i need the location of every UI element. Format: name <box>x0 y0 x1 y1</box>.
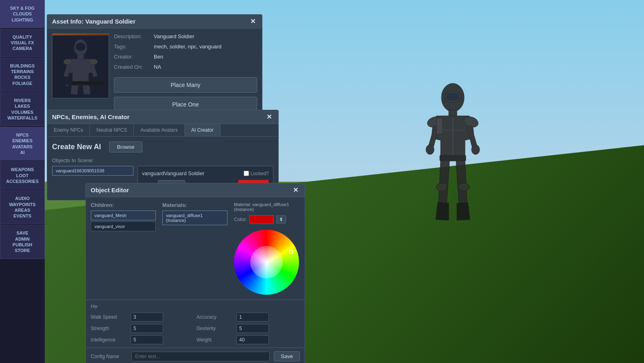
object-item-vanguard[interactable]: vanguard166309051538 <box>52 166 133 176</box>
stats-grid: Walk Speed Accuracy Strength Dexterity I… <box>91 313 300 344</box>
walk-speed-label: Walk Speed <box>91 314 127 320</box>
strength-input[interactable] <box>131 324 163 333</box>
place-many-button[interactable]: Place Many <box>114 77 257 93</box>
svg-point-15 <box>76 43 85 51</box>
accuracy-label: Accuracy <box>196 314 233 320</box>
creator-row: Creator: Ben <box>114 54 257 60</box>
walk-speed-input[interactable] <box>131 313 163 322</box>
svg-rect-12 <box>437 118 443 134</box>
material-item-diffuse[interactable]: vanguard_diffuse1 (Instance) <box>162 211 227 225</box>
stat-row-dexterity: Dexterity <box>196 324 300 333</box>
created-on-value: NA <box>154 64 161 70</box>
config-name-label: Config Name <box>91 354 127 359</box>
asset-buttons: Place Many Place One <box>114 74 257 112</box>
strength-label: Strength <box>91 326 127 331</box>
stat-row-weight: Weight <box>196 335 300 344</box>
obj-editor-body: Children: vanguard_Mesh vanguard_visor M… <box>86 197 305 300</box>
created-on-row: Created On: NA <box>114 64 257 70</box>
intelligence-input[interactable] <box>131 335 163 344</box>
npcs-title: NPCs, Enemies, AI Creator <box>52 113 129 120</box>
material-name: Material: vanguard_diffuse1 (Instance) <box>234 202 300 212</box>
asset-details: Description: Vanguard Soldier Tags: mech… <box>114 33 257 112</box>
svg-point-6 <box>472 145 480 154</box>
sidebar: SKY & FOG CLOUDS LIGHTING QUALITYVISUAL … <box>0 0 45 363</box>
create-ai-title: Create New AI <box>52 143 101 151</box>
dexterity-label: Dexterity <box>196 326 233 331</box>
intelligence-label: Intelligence <box>91 337 127 343</box>
tab-available-avatars[interactable]: Available Avatars <box>134 124 185 136</box>
svg-point-9 <box>458 183 469 191</box>
sidebar-item-buildings[interactable]: BUILDINGSTERRAINSROCKSFOLIAGE <box>0 58 45 91</box>
svg-point-1 <box>445 91 461 102</box>
objects-in-scene-label: Objects In Scene: <box>52 157 273 163</box>
description-label: Description: <box>114 33 151 39</box>
tab-enemy-npcs[interactable]: Enemy NPCs <box>47 124 90 136</box>
character-area <box>412 81 514 305</box>
svg-point-5 <box>426 145 434 154</box>
object-editor-close-button[interactable]: ✕ <box>291 187 300 193</box>
locked-label: Locked? <box>244 171 269 176</box>
stat-row-accuracy: Accuracy <box>196 313 300 322</box>
config-name-input[interactable] <box>131 352 270 361</box>
npcs-header: NPCs, Enemies, AI Creator ✕ <box>47 110 278 124</box>
asset-info-close-button[interactable]: ✕ <box>249 18 257 25</box>
materials-label: Materials: <box>162 202 227 208</box>
tab-neutral-npcs[interactable]: Neutral NPCS <box>90 124 134 136</box>
asset-info-title: Asset Info: Vanguard Soldier <box>52 18 135 25</box>
sidebar-item-npcs[interactable]: NPCSENEMIESAVATARSAI <box>0 127 45 161</box>
locked-checkbox[interactable] <box>244 171 249 176</box>
weight-input[interactable] <box>236 335 269 344</box>
color-swatch[interactable] <box>249 215 274 224</box>
create-ai-header: Create New AI Browse <box>52 141 273 152</box>
description-value: Vanguard Soldier <box>154 33 194 39</box>
browse-button[interactable]: Browse <box>109 141 142 152</box>
svg-point-18 <box>90 59 98 65</box>
npcs-close-button[interactable]: ✕ <box>265 114 273 120</box>
svg-rect-2 <box>449 110 457 116</box>
stat-row-intelligence: Intelligence <box>91 335 194 344</box>
tags-label: Tags: <box>114 43 151 50</box>
save-button[interactable]: Save <box>274 351 300 361</box>
tabs-row: Enemy NPCs Neutral NPCS Available Avatar… <box>47 124 278 137</box>
accuracy-input[interactable] <box>236 313 269 322</box>
sidebar-item-save[interactable]: SAVEADMINPUBLISHSTORE <box>0 225 45 259</box>
tab-ai-creator[interactable]: AI Creator <box>185 124 220 136</box>
svg-rect-16 <box>77 55 84 59</box>
ai-form-name-row: vanguardVanguard Soldier Locked? <box>142 170 269 176</box>
color-label: Color: <box>234 217 247 222</box>
color-wheel[interactable] <box>234 230 299 295</box>
asset-info-header: Asset Info: Vanguard Soldier ✕ <box>47 15 262 28</box>
config-name-row: Config Name Save <box>86 348 305 363</box>
ai-form-name: vanguardVanguard Soldier <box>142 170 205 176</box>
creator-label: Creator: <box>114 54 151 60</box>
child-item-visor[interactable]: vanguard_visor <box>91 222 156 231</box>
svg-rect-19 <box>72 81 105 85</box>
sidebar-item-rivers[interactable]: RIVERSLAKESVOLUMESWATERFALLS <box>0 92 45 126</box>
materials-list: Materials: vanguard_diffuse1 (Instance) <box>162 202 227 295</box>
children-label: Children: <box>91 202 156 208</box>
sidebar-item-weapons[interactable]: WEAPONSLOOTACCESSORIES <box>0 161 45 189</box>
weight-label: Weight <box>196 337 233 343</box>
sidebar-item-sky-fog[interactable]: SKY & FOG CLOUDS LIGHTING <box>0 0 45 28</box>
created-on-label: Created On: <box>114 64 151 70</box>
stat-row-strength: Strength <box>91 324 194 333</box>
sidebar-item-quality[interactable]: QUALITYVISUAL FXCAMERA <box>0 29 45 57</box>
description-row: Description: Vanguard Soldier <box>114 33 257 39</box>
color-picker-icon[interactable]: ⬆ <box>276 215 286 224</box>
svg-point-8 <box>436 183 448 191</box>
children-list: Children: vanguard_Mesh vanguard_visor <box>91 202 156 295</box>
stats-section-label: He <box>91 303 300 309</box>
creator-value: Ben <box>154 54 163 60</box>
color-row: Color: ⬆ <box>234 215 286 224</box>
dexterity-input[interactable] <box>236 324 269 333</box>
child-item-mesh[interactable]: vanguard_Mesh <box>91 211 156 220</box>
thumbnail-gradient <box>52 34 109 35</box>
svg-point-17 <box>63 59 72 65</box>
object-editor-panel: Object Editor ✕ Children: vanguard_Mesh … <box>85 183 305 363</box>
asset-thumbnail <box>52 33 109 98</box>
sidebar-item-audio[interactable]: AUDIOWAYPOINTSAREASEVENTS <box>0 190 45 224</box>
stats-section: He Walk Speed Accuracy Strength Dexterit… <box>86 300 305 348</box>
tags-value: mech, soldier, npc, vanguard <box>154 43 221 50</box>
object-editor-header: Object Editor ✕ <box>86 183 305 197</box>
color-wheel-cursor <box>289 250 293 254</box>
